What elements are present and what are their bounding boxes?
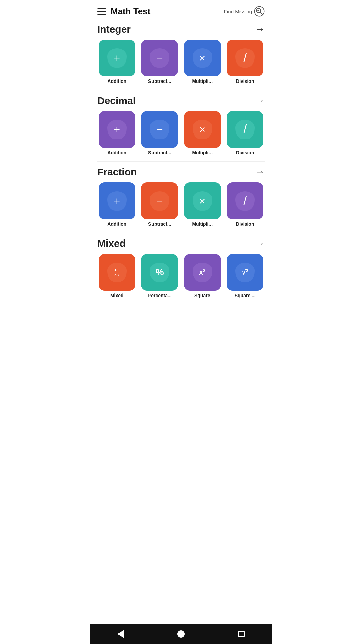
fraction-subtraction-label: Subtract... xyxy=(148,221,171,227)
divider-2 xyxy=(97,161,265,162)
integer-division-icon: / xyxy=(227,40,263,76)
section-fraction-grid: + Addition − Subtract... × Multipli... xyxy=(97,182,265,227)
fraction-multiplication-label: Multipli... xyxy=(192,221,213,227)
section-mixed-grid: +− ×÷ Mixed % Percenta... x2 xyxy=(97,254,265,298)
section-decimal: Decimal → + Addition − Subtract... xyxy=(90,92,272,155)
find-missing-button[interactable]: Find Missing ? xyxy=(224,6,265,17)
sections-container: Integer → + Addition − Subtract... xyxy=(90,21,272,298)
divide-symbol: / xyxy=(243,52,247,64)
mixed-square-icon: x2 xyxy=(184,254,221,291)
section-mixed-title: Mixed xyxy=(97,238,126,249)
mixed-percentage[interactable]: % Percenta... xyxy=(140,254,180,298)
svg-line-2 xyxy=(260,12,262,14)
mixed-mixed-label: Mixed xyxy=(110,293,124,298)
integer-subtraction-icon: − xyxy=(141,40,178,76)
section-integer-arrow[interactable]: → xyxy=(255,24,265,35)
hamburger-menu[interactable] xyxy=(97,8,106,15)
section-mixed: Mixed → +− ×÷ Mixed % xyxy=(90,235,272,298)
decimal-division-icon: / xyxy=(227,111,263,148)
mixed-sqrt[interactable]: √2 Square ... xyxy=(226,254,265,298)
section-mixed-header: Mixed → xyxy=(97,238,265,249)
mixed-operators-symbol: +− ×÷ xyxy=(114,268,119,277)
decimal-addition-label: Addition xyxy=(107,150,126,155)
mixed-mixed-icon: +− ×÷ xyxy=(99,254,135,291)
decimal-subtraction-label: Subtract... xyxy=(148,150,171,155)
mixed-percentage-label: Percenta... xyxy=(148,293,172,298)
fraction-addition-label: Addition xyxy=(107,221,126,227)
section-integer-title: Integer xyxy=(97,23,131,35)
section-fraction-header: Fraction → xyxy=(97,166,265,178)
integer-division[interactable]: / Division xyxy=(226,40,265,84)
mixed-sqrt-icon: √2 xyxy=(227,254,263,291)
divider-1 xyxy=(97,90,265,90)
integer-addition[interactable]: + Addition xyxy=(97,40,137,84)
percent-symbol: % xyxy=(156,267,164,278)
fraction-division[interactable]: / Division xyxy=(226,182,265,227)
integer-addition-icon: + xyxy=(99,40,135,76)
sqrt-symbol: √2 xyxy=(242,268,248,277)
section-fraction-arrow[interactable]: → xyxy=(255,167,265,177)
mixed-mixed[interactable]: +− ×÷ Mixed xyxy=(97,254,137,298)
section-mixed-arrow[interactable]: → xyxy=(255,238,265,249)
app-title: Math Test xyxy=(111,6,150,17)
fraction-multiplication[interactable]: × Multipli... xyxy=(183,182,222,227)
minus-symbol: − xyxy=(157,53,163,63)
section-decimal-header: Decimal → xyxy=(97,95,265,106)
decimal-division[interactable]: / Division xyxy=(226,111,265,155)
fraction-subtraction-icon: − xyxy=(141,182,178,219)
decimal-addition[interactable]: + Addition xyxy=(97,111,137,155)
integer-addition-label: Addition xyxy=(107,78,126,84)
section-fraction: Fraction → + Addition − Subtract... xyxy=(90,164,272,227)
integer-multiplication[interactable]: × Multipli... xyxy=(183,40,222,84)
integer-subtraction[interactable]: − Subtract... xyxy=(140,40,180,84)
section-integer-grid: + Addition − Subtract... × Multipli... xyxy=(97,40,265,84)
integer-multiplication-icon: × xyxy=(184,40,221,76)
decimal-multiplication-label: Multipli... xyxy=(192,150,213,155)
header-left: Math Test xyxy=(97,6,150,17)
mixed-square-label: Square xyxy=(194,293,210,298)
search-icon: ? xyxy=(254,6,265,17)
integer-multiplication-label: Multipli... xyxy=(192,78,213,84)
fraction-division-icon: / xyxy=(227,182,263,219)
divider-3 xyxy=(97,233,265,233)
section-decimal-arrow[interactable]: → xyxy=(255,95,265,106)
integer-division-label: Division xyxy=(236,78,254,84)
plus-symbol: + xyxy=(114,53,120,63)
fraction-multiplication-icon: × xyxy=(184,182,221,219)
section-fraction-title: Fraction xyxy=(97,166,137,178)
mixed-sqrt-label: Square ... xyxy=(235,293,256,298)
find-missing-label: Find Missing xyxy=(224,9,252,14)
svg-text:?: ? xyxy=(257,9,259,13)
section-decimal-title: Decimal xyxy=(97,95,136,106)
section-integer: Integer → + Addition − Subtract... xyxy=(90,21,272,84)
decimal-subtraction[interactable]: − Subtract... xyxy=(140,111,180,155)
decimal-subtraction-icon: − xyxy=(141,111,178,148)
fraction-addition[interactable]: + Addition xyxy=(97,182,137,227)
decimal-division-label: Division xyxy=(236,150,254,155)
header: Math Test Find Missing ? xyxy=(90,0,272,21)
decimal-multiplication[interactable]: × Multipli... xyxy=(183,111,222,155)
fraction-division-label: Division xyxy=(236,221,254,227)
square-symbol: x2 xyxy=(199,268,205,277)
section-integer-header: Integer → xyxy=(97,23,265,35)
decimal-addition-icon: + xyxy=(99,111,135,148)
mixed-percentage-icon: % xyxy=(141,254,178,291)
times-symbol: × xyxy=(199,53,205,63)
mixed-square[interactable]: x2 Square xyxy=(183,254,222,298)
fraction-subtraction[interactable]: − Subtract... xyxy=(140,182,180,227)
decimal-multiplication-icon: × xyxy=(184,111,221,148)
section-decimal-grid: + Addition − Subtract... × Multipli... xyxy=(97,111,265,155)
integer-subtraction-label: Subtract... xyxy=(148,78,171,84)
fraction-addition-icon: + xyxy=(99,182,135,219)
